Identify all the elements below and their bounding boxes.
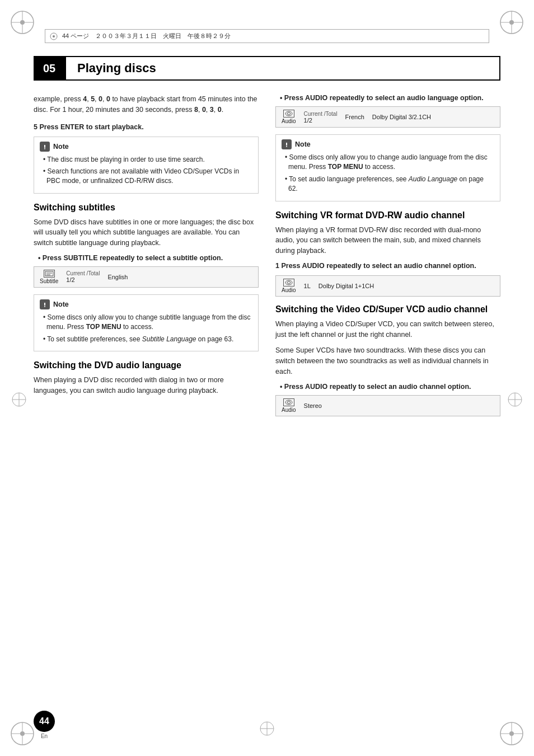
svg-point-25	[285, 400, 292, 405]
intro-text: example, press 4, 5, 0, 0 to have playba…	[34, 94, 259, 115]
note-item-2-2: To set subtitle preferences, see Subtitl…	[40, 335, 252, 344]
note-item-1-2: Search functions are not available with …	[40, 167, 252, 186]
heading-switching-vr: Switching VR format DVD-RW audio channel	[275, 210, 500, 220]
step5: 5 Press ENTER to start playback.	[34, 123, 259, 131]
page-number-circle: 44	[34, 711, 55, 732]
audio-format: Dolby Digital 3/2.1CH	[372, 114, 431, 120]
left-column: example, press 4, 5, 0, 0 to have playba…	[34, 94, 259, 711]
display-vr-audio: Audio 1L Dolby Digital 1+1CH	[275, 275, 500, 297]
bullet-audio-select: Press AUDIO repeatedly to select an audi…	[275, 94, 500, 102]
chapter-title: Playing discs	[77, 61, 156, 76]
note-icon-2	[40, 299, 50, 309]
svg-point-23	[285, 280, 292, 285]
corner-mark-tr	[495, 6, 528, 39]
chapter-number: 05	[34, 56, 65, 81]
bullet-subtitle: Press SUBTITLE repeatedly to select a su…	[34, 254, 259, 262]
vr-audio-display-icon	[283, 279, 294, 287]
page-lang: En	[34, 733, 55, 739]
display-audio-row: Audio Current /Total 1/2 French Dolby Di…	[282, 110, 494, 124]
meta-text: 44 ページ ２００３年３月１１日 火曜日 午後８時２９分	[62, 32, 231, 40]
corner-mark-tl	[6, 6, 39, 39]
note-item-2-1: Some discs only allow you to change subt…	[40, 313, 252, 332]
page-number: 44	[39, 716, 49, 726]
bullet-vcd-audio: Press AUDIO repeatly to select an audio …	[275, 383, 500, 391]
note-header-2: Note	[40, 299, 252, 309]
body-switching-vcd-2: Some Super VCDs have two soundtracks. Wi…	[275, 345, 500, 377]
chapter-title-bar: Playing discs	[65, 56, 500, 81]
heading-switching-subtitles: Switching subtitles	[34, 203, 259, 213]
audio-icon-label: Audio	[282, 118, 296, 124]
note-icon-1	[40, 142, 50, 152]
body-switching-vcd-1: When playing a Video CD/Super VCD, you c…	[275, 319, 500, 340]
display-subtitle: Subtitle Current /Total 1/2 English	[34, 266, 259, 288]
step-vr-1: 1 Press AUDIO repeatedly to select an au…	[275, 262, 500, 270]
note-label-2: Note	[53, 300, 69, 308]
note-box-1: Note The disc must be playing in order t…	[34, 137, 259, 194]
note-label-3: Note	[295, 140, 311, 148]
note-item-1-1: The disc must be playing in order to use…	[40, 155, 252, 165]
vr-audio-format: Dolby Digital 1+1CH	[318, 283, 374, 289]
display-vcd-audio: Audio Stereo	[275, 395, 500, 416]
right-mid-mark	[507, 392, 523, 409]
meta-bar: 44 ページ ２００３年３月１１日 火曜日 午後８時２９分	[45, 29, 489, 43]
audio-value: 1/2	[304, 117, 338, 124]
subtitle-current-total: Current /Total 1/2	[66, 270, 100, 283]
vcd-audio-value: Stereo	[304, 402, 322, 409]
left-mid-mark	[11, 392, 27, 409]
subtitle-language: English	[107, 274, 128, 280]
subtitle-ct-label: Current /Total	[66, 270, 100, 276]
note-header-1: Note	[40, 142, 252, 152]
vr-audio-icon-label: Audio	[282, 287, 296, 293]
note-header-3: Note	[282, 139, 494, 149]
svg-point-22	[287, 112, 291, 115]
display-subtitle-row: Subtitle Current /Total 1/2 English	[40, 270, 252, 284]
audio-current-total: Current /Total 1/2	[304, 111, 338, 124]
note-item-3-1: Some discs only allow you to change audi…	[282, 153, 494, 172]
note-label-1: Note	[53, 143, 69, 151]
audio-display-icon	[283, 110, 294, 118]
note-icon-3	[282, 139, 292, 149]
display-vr-icon-label: Audio	[282, 279, 296, 293]
corner-mark-br	[495, 717, 528, 750]
target-icon	[50, 32, 58, 40]
display-audio: Audio Current /Total 1/2 French Dolby Di…	[275, 106, 500, 128]
note-item-3-2: To set audio language preferences, see A…	[282, 175, 494, 194]
page-number-box: 44 En	[34, 711, 55, 739]
chapter-header: 05 Playing discs	[34, 56, 500, 81]
subtitle-value: 1/2	[66, 276, 100, 283]
subtitle-display-icon	[44, 270, 55, 278]
note-box-3: Note Some discs only allow you to change…	[275, 134, 500, 201]
display-audio-icon-label: Audio	[282, 110, 296, 124]
subtitle-label: Subtitle	[40, 278, 58, 284]
note-box-2: Note Some discs only allow you to change…	[34, 294, 259, 351]
display-vcd-icon-label: Audio	[282, 398, 296, 413]
svg-rect-18	[45, 271, 53, 276]
display-vr-row: Audio 1L Dolby Digital 1+1CH	[282, 279, 494, 293]
display-subtitle-icon-label: Subtitle	[40, 270, 58, 284]
audio-language: French	[345, 114, 364, 120]
svg-point-26	[287, 401, 291, 403]
mid-register-bottom	[259, 721, 275, 736]
vcd-audio-display-icon	[283, 398, 294, 406]
vr-audio-value: 1L	[304, 283, 311, 289]
svg-point-21	[285, 111, 292, 116]
body-switching-dvd-audio: When playing a DVD disc recorded with di…	[34, 375, 259, 396]
display-vcd-row: Audio Stereo	[282, 398, 494, 413]
heading-switching-dvd-audio: Switching the DVD audio language	[34, 360, 259, 370]
svg-point-17	[53, 35, 55, 37]
body-switching-subtitles: Some DVD discs have subtitles in one or …	[34, 217, 259, 248]
content-area: example, press 4, 5, 0, 0 to have playba…	[34, 94, 500, 711]
vcd-audio-icon-label: Audio	[282, 407, 296, 413]
right-column: Press AUDIO repeatedly to select an audi…	[275, 94, 500, 711]
svg-point-24	[287, 281, 291, 284]
heading-switching-vcd: Switching the Video CD/Super VCD audio c…	[275, 304, 500, 314]
audio-ct-label: Current /Total	[304, 111, 338, 117]
body-switching-vr: When playing a VR format DVD-RW disc rec…	[275, 225, 500, 256]
